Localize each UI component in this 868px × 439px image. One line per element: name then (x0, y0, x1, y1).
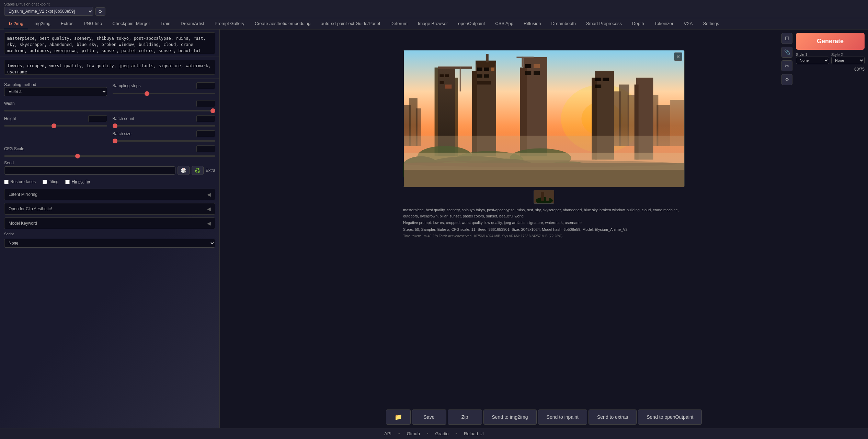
batch-size-slider[interactable] (113, 140, 216, 142)
tab-smartpreprocess[interactable]: Smart Preprocess (581, 18, 627, 29)
tab-depth[interactable]: Depth (627, 18, 649, 29)
script-label: Script (4, 232, 215, 236)
footer-reload-link[interactable]: Reload UI (464, 431, 484, 436)
batch-size-input[interactable]: 1 (196, 130, 215, 137)
sidebar-icon-3[interactable]: ✂ (781, 60, 792, 71)
cfg-scale-label: CFG Scale (4, 146, 24, 151)
tab-cssapp[interactable]: CSS App (490, 18, 518, 29)
seed-extra-link[interactable]: Extra (206, 168, 215, 173)
checkpoint-refresh-button[interactable]: ⟳ (95, 7, 105, 16)
height-slider[interactable] (4, 125, 107, 127)
batch-count-label: Batch count (113, 116, 134, 121)
style1-label: Style 1 (796, 52, 829, 57)
svg-rect-40 (525, 71, 531, 75)
svg-rect-30 (491, 68, 494, 71)
generate-button[interactable]: Generate (796, 33, 865, 50)
svg-rect-41 (534, 71, 540, 75)
svg-rect-19 (440, 81, 444, 84)
send-img2img-button[interactable]: Send to img2img (483, 410, 537, 425)
image-area: ✕ masterpiece, best qualit (220, 29, 868, 406)
svg-rect-36 (522, 57, 523, 67)
tab-imagebrowser[interactable]: Image Browser (413, 18, 453, 29)
tab-deforum[interactable]: Deforum (386, 18, 412, 29)
width-label: Width (4, 101, 15, 106)
sampling-method-label: Sampling method (4, 82, 107, 87)
batch-count-input[interactable]: 1 (196, 115, 215, 122)
tab-promptgallery[interactable]: Prompt Gallery (210, 18, 249, 29)
send-openoutpaint-button[interactable]: Send to openOutpaint (638, 410, 702, 425)
width-slider[interactable] (4, 110, 215, 111)
sampling-method-select[interactable]: Euler a (4, 87, 107, 96)
tab-txt2img[interactable]: txt2img (4, 18, 28, 29)
width-input[interactable]: 2048 (196, 100, 215, 107)
sidebar-icon-1[interactable]: ☐ (781, 33, 792, 44)
cfg-scale-input[interactable]: 11 (196, 145, 215, 152)
sampling-steps-slider[interactable] (113, 93, 216, 94)
zip-button[interactable]: Zip (448, 410, 482, 425)
style1-select[interactable]: None (796, 57, 829, 64)
footer: API • Github • Gradio • Reload UI (0, 428, 868, 439)
tab-checkpoint[interactable]: Checkpoint Merger (107, 18, 155, 29)
style2-label: Style 2 (831, 52, 865, 57)
checkpoint-bar: Stable Diffusion checkpoint Elysium_Anim… (0, 0, 868, 18)
nav-tabs: txt2img img2img Extras PNG Info Checkpoi… (0, 18, 868, 29)
restore-faces-checkbox[interactable]: Restore faces (4, 179, 36, 184)
send-inpaint-button[interactable]: Send to inpaint (538, 410, 587, 425)
svg-rect-53 (603, 78, 609, 81)
tab-aesthetic[interactable]: Create aesthetic embedding (250, 18, 316, 29)
tiling-checkbox[interactable]: Tiling (43, 179, 58, 184)
seed-recycle-button[interactable]: ♻️ (192, 166, 204, 175)
sampling-steps-input[interactable]: 50 (196, 82, 215, 89)
tab-riffusion[interactable]: Riffusion (519, 18, 546, 29)
style2-select[interactable]: None (831, 57, 865, 64)
generate-area: Generate Style 1 None Style 2 None (796, 33, 865, 72)
seed-random-button[interactable]: 🎲 (178, 166, 190, 175)
svg-rect-17 (440, 74, 444, 77)
batch-count-slider[interactable] (113, 125, 216, 127)
svg-rect-64 (546, 193, 549, 201)
tab-dreamartist[interactable]: DreamArtist (176, 18, 209, 29)
latent-mirroring-header[interactable]: Latent Mirroring ◀ (4, 189, 215, 200)
sidebar-icon-2[interactable]: 📎 (781, 47, 792, 58)
footer-api-link[interactable]: API (384, 431, 391, 436)
sidebar-icon-4[interactable]: ⚙ (781, 74, 792, 85)
tab-train[interactable]: Train (156, 18, 175, 29)
model-keyword-arrow: ◀ (207, 221, 211, 226)
script-select[interactable]: None (4, 239, 215, 248)
height-input[interactable]: 1024 (88, 115, 107, 122)
close-image-button[interactable]: ✕ (674, 52, 682, 61)
tab-img2img[interactable]: img2img (29, 18, 55, 29)
negative-prompt[interactable]: lowres, cropped, worst quality, low qual… (4, 60, 215, 75)
tab-openoutpaint[interactable]: openOutpaint (453, 18, 490, 29)
thumbnail-1[interactable] (534, 190, 554, 204)
tab-tokenizer[interactable]: Tokenizer (650, 18, 678, 29)
generated-image-container: ✕ (403, 50, 685, 187)
tab-dreambooth[interactable]: Dreambooth (546, 18, 581, 29)
svg-rect-32 (484, 74, 489, 78)
tab-settings[interactable]: Settings (698, 18, 724, 29)
send-extras-button[interactable]: Send to extras (589, 410, 637, 425)
svg-rect-52 (595, 78, 601, 81)
svg-rect-54 (595, 85, 601, 88)
tab-vxa[interactable]: VXA (679, 18, 697, 29)
tab-pnginfo[interactable]: PNG Info (79, 18, 107, 29)
svg-rect-28 (477, 68, 482, 71)
save-button[interactable]: Save (412, 410, 446, 425)
hires-fix-checkbox[interactable]: Hires. fix (65, 179, 90, 185)
latent-mirroring-accordion: Latent Mirroring ◀ (4, 189, 215, 200)
tab-extras[interactable]: Extras (56, 18, 78, 29)
footer-github-link[interactable]: Github (407, 431, 420, 436)
svg-rect-37 (516, 57, 534, 58)
clip-aesthetic-arrow: ◀ (207, 206, 211, 212)
seed-input[interactable]: 3661653901 (4, 166, 175, 175)
tab-autopaint[interactable]: auto-sd-paint-ext Guide/Panel (316, 18, 385, 29)
clip-aesthetic-header[interactable]: Open for Clip Aesthetic! ◀ (4, 203, 215, 214)
model-keyword-header[interactable]: Model Keyword ◀ (4, 218, 215, 229)
action-buttons: 📁 Save Zip Send to img2img Send to inpai… (220, 406, 868, 428)
clip-aesthetic-accordion: Open for Clip Aesthetic! ◀ (4, 203, 215, 215)
footer-gradio-link[interactable]: Gradio (435, 431, 449, 436)
cfg-scale-slider[interactable] (4, 155, 215, 157)
open-folder-button[interactable]: 📁 (386, 410, 411, 425)
positive-prompt[interactable]: masterpiece, best quality, scenery, shib… (4, 32, 215, 54)
checkpoint-select[interactable]: Elysium_Anime_V2.ckpt [6b508e59] (4, 7, 93, 16)
